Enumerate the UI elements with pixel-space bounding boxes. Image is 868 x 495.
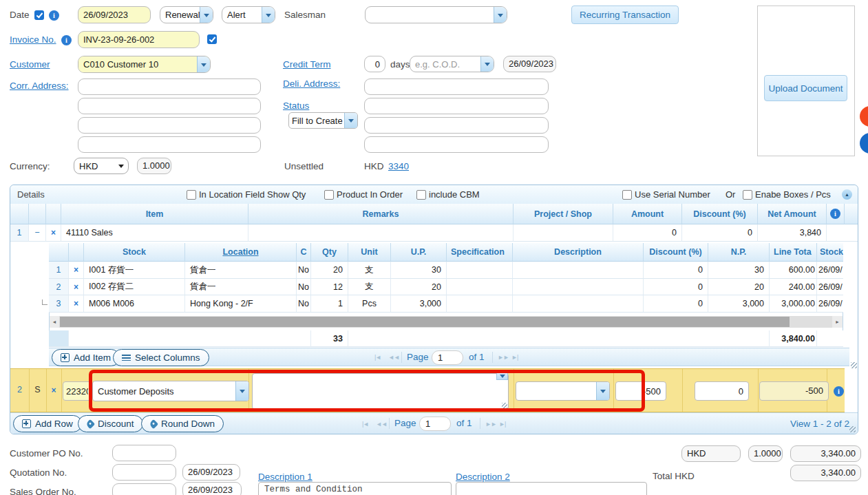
credit-term-label[interactable]: Credit Term bbox=[283, 59, 331, 70]
collapse-panel-icon[interactable]: ▲ bbox=[842, 189, 852, 200]
subrow-up[interactable]: 20 bbox=[391, 279, 447, 295]
subrow-discount[interactable]: 0 bbox=[644, 262, 708, 279]
subcol-np[interactable]: N.P. bbox=[708, 243, 770, 262]
collapse-row-icon[interactable]: − bbox=[34, 228, 39, 238]
pager-last-icon[interactable]: ►| bbox=[499, 421, 505, 428]
corr-address-input-1[interactable] bbox=[78, 78, 261, 95]
subrow-unit[interactable]: 支 bbox=[348, 279, 391, 295]
round-down-button[interactable]: Round Down bbox=[141, 415, 224, 432]
delete-row-icon[interactable]: × bbox=[46, 386, 61, 395]
row1-remarks[interactable] bbox=[248, 224, 514, 242]
delete-row-icon[interactable]: × bbox=[74, 265, 78, 275]
unsettled-amount-link[interactable]: 3340 bbox=[388, 161, 409, 171]
subrow-stock[interactable]: M006 M006 bbox=[84, 295, 185, 313]
credit-days-input[interactable] bbox=[364, 56, 385, 72]
subrow-discount[interactable]: 0 bbox=[644, 279, 708, 295]
corr-address-label[interactable]: Corr. Address: bbox=[10, 81, 69, 91]
subrow-c[interactable]: No bbox=[297, 279, 311, 295]
net-amount-info-icon[interactable]: i bbox=[830, 209, 840, 219]
remarks-dropdown-icon[interactable] bbox=[496, 371, 508, 380]
product-in-order-checkbox[interactable] bbox=[324, 190, 334, 200]
subrow-desc[interactable] bbox=[513, 262, 644, 279]
subcol-specification[interactable]: Specification bbox=[447, 243, 513, 262]
sales-order-input[interactable] bbox=[112, 483, 176, 495]
subrow-qty[interactable]: 12 bbox=[311, 279, 348, 295]
customer-label[interactable]: Customer bbox=[10, 59, 50, 70]
subcol-line-total[interactable]: Line Tota bbox=[770, 243, 817, 262]
location-qty-checkbox[interactable] bbox=[187, 190, 196, 200]
subrow-stock-date[interactable]: 26/09/ bbox=[817, 262, 843, 279]
resize-handle-icon[interactable] bbox=[851, 362, 857, 368]
currency-select[interactable]: HKD bbox=[74, 158, 129, 174]
pager-last-icon[interactable]: ►| bbox=[511, 354, 518, 361]
subrow-stock-date[interactable]: 26/09/ bbox=[817, 295, 843, 313]
pager-first-icon[interactable]: |◄ bbox=[374, 354, 381, 361]
pager-prev-icon[interactable]: ◄◄ bbox=[376, 421, 387, 428]
corr-address-input-2[interactable] bbox=[78, 98, 261, 114]
subcol-stock[interactable]: Stock bbox=[84, 243, 185, 262]
subrow-line-total[interactable]: 240.00 bbox=[770, 279, 817, 295]
subrow-discount[interactable]: 0 bbox=[644, 295, 708, 313]
subrow-up[interactable]: 30 bbox=[391, 262, 447, 279]
customer-po-input[interactable] bbox=[112, 445, 176, 461]
invoice-no-input[interactable] bbox=[78, 31, 200, 48]
corr-address-input-3[interactable] bbox=[78, 117, 261, 134]
subrow-qty[interactable]: 20 bbox=[311, 262, 348, 279]
invoice-no-label[interactable]: Invoice No. bbox=[10, 34, 56, 45]
row2-remarks-textarea[interactable] bbox=[252, 373, 509, 410]
pager-prev-icon[interactable]: ◄◄ bbox=[388, 354, 399, 361]
horizontal-scrollbar[interactable]: ◄ ► bbox=[50, 316, 843, 328]
col-item[interactable]: Item bbox=[61, 204, 248, 224]
subcol-description[interactable]: Description bbox=[513, 243, 644, 262]
select-columns-button[interactable]: Select Columns bbox=[113, 349, 209, 366]
grid-page-input[interactable] bbox=[419, 417, 451, 431]
add-row-button[interactable]: Add Row bbox=[13, 415, 82, 432]
floating-action-red[interactable] bbox=[860, 106, 868, 127]
invoice-auto-checkbox[interactable] bbox=[207, 34, 217, 44]
subrow-stock[interactable]: I002 存貨二 bbox=[84, 279, 185, 295]
subrow-stock[interactable]: I001 存貨一 bbox=[84, 262, 185, 279]
salesman-select[interactable] bbox=[365, 6, 507, 23]
subcol-qty[interactable]: Qty bbox=[311, 243, 348, 262]
subcol-location[interactable]: Location bbox=[185, 243, 297, 262]
invoice-info-icon[interactable]: i bbox=[61, 35, 72, 45]
description1-textarea[interactable]: Terms and Condition bbox=[258, 482, 452, 495]
description1-label[interactable]: Description 1 bbox=[258, 472, 313, 482]
deli-address-input-2[interactable] bbox=[364, 98, 549, 114]
scroll-right-icon[interactable]: ► bbox=[832, 316, 843, 328]
subrow-unit[interactable]: Pcs bbox=[348, 295, 391, 313]
subcol-stock-date[interactable]: Stock bbox=[817, 243, 843, 262]
row2-amount-input[interactable] bbox=[615, 381, 666, 401]
col-discount[interactable]: Discount (%) bbox=[682, 204, 758, 224]
subrow-c[interactable]: No bbox=[297, 295, 311, 313]
row2-project-select[interactable] bbox=[516, 381, 610, 401]
row2-info-icon[interactable]: i bbox=[834, 386, 844, 397]
subrow-line-total[interactable]: 600.00 bbox=[770, 262, 817, 279]
subrow-stock-date[interactable]: 26/09/ bbox=[817, 279, 843, 295]
deli-address-input-3[interactable] bbox=[364, 117, 549, 134]
deli-address-input-4[interactable] bbox=[364, 136, 549, 153]
subrow-qty[interactable]: 1 bbox=[311, 295, 348, 313]
subrow-desc[interactable] bbox=[513, 295, 644, 313]
subgrid-page-input[interactable] bbox=[432, 350, 463, 365]
quotation-input[interactable] bbox=[112, 464, 176, 481]
subrow-np[interactable]: 20 bbox=[708, 279, 770, 295]
scroll-left-icon[interactable]: ◄ bbox=[50, 316, 59, 328]
row1-item[interactable]: 41110 Sales bbox=[61, 224, 248, 242]
subrow-location[interactable]: 貨倉一 bbox=[185, 279, 297, 295]
discount-button[interactable]: Discount bbox=[78, 415, 143, 432]
resize-handle-icon[interactable] bbox=[849, 426, 856, 432]
subrow-line-total[interactable]: 3,000.00 bbox=[770, 295, 817, 313]
row1-discount[interactable]: 0 bbox=[682, 224, 758, 242]
customer-select[interactable]: C010 Customer 10 bbox=[78, 56, 211, 73]
row1-amount[interactable]: 0 bbox=[613, 224, 682, 242]
subrow-np[interactable]: 3,000 bbox=[708, 295, 770, 313]
pager-first-icon[interactable]: |◄ bbox=[362, 421, 368, 428]
subrow-spec[interactable] bbox=[447, 262, 513, 279]
corr-address-input-4[interactable] bbox=[78, 136, 261, 153]
row2-discount-input[interactable] bbox=[695, 381, 749, 401]
scrollbar-thumb[interactable] bbox=[60, 317, 790, 327]
date-input[interactable] bbox=[78, 6, 151, 23]
include-cbm-checkbox[interactable] bbox=[416, 190, 426, 200]
subrow-spec[interactable] bbox=[447, 279, 513, 295]
